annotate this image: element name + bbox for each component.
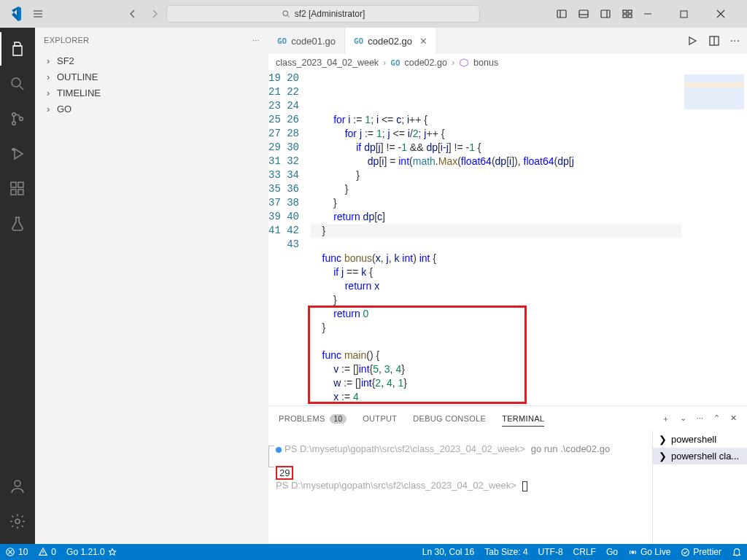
panel-maximize-icon[interactable]: ⌃ — [713, 413, 720, 424]
terminal-output-highlight: 29 — [276, 466, 293, 480]
svg-point-18 — [15, 481, 20, 486]
status-cursor-pos[interactable]: Ln 30, Col 16 — [417, 544, 479, 560]
activity-explorer-icon[interactable] — [0, 32, 35, 66]
line-gutter: 19 20 21 22 23 24 25 26 27 28 29 30 31 3… — [268, 71, 311, 405]
activity-testing-icon[interactable] — [0, 207, 35, 241]
window-minimize-icon[interactable] — [643, 9, 670, 18]
layout-customize-icon[interactable] — [622, 8, 633, 20]
terminal-split-dropdown-icon[interactable]: ⌄ — [680, 413, 686, 424]
svg-point-23 — [682, 548, 689, 556]
status-go-live[interactable]: Go Live — [623, 544, 676, 560]
sidebar-item-sf2[interactable]: ›SF2 — [35, 52, 268, 69]
go-file-icon: GO — [390, 58, 400, 68]
run-icon[interactable] — [686, 35, 698, 47]
svg-point-9 — [12, 78, 20, 87]
terminal-content[interactable]: PS D:\mysetup\gopath\src\sf2\class_2023_… — [268, 431, 652, 544]
explorer-sidebar: EXPLORER ··· ›SF2 ›OUTLINE ›TIMELINE ›GO — [35, 28, 268, 544]
tab-code02[interactable]: GO code02.go ✕ — [345, 28, 437, 54]
go-file-icon: GO — [277, 36, 287, 46]
activity-account-icon[interactable] — [0, 470, 35, 503]
terminal-item-powershell-2[interactable]: ❯powershell cla... — [653, 448, 747, 464]
status-prettier[interactable]: Prettier — [676, 544, 727, 560]
explorer-more-icon[interactable]: ··· — [252, 36, 260, 44]
sidebar-item-go[interactable]: ›GO — [35, 101, 268, 117]
code-editor[interactable]: for i := 1; i <= c; i++ { for j := 1; j … — [311, 71, 681, 405]
terminal-list: ❯powershell ❯powershell cla... — [652, 431, 747, 544]
terminal-new-icon[interactable]: ＋ — [662, 413, 670, 424]
symbol-function-icon — [459, 58, 469, 68]
window-close-icon[interactable] — [716, 9, 743, 18]
terminal-item-powershell-1[interactable]: ❯powershell — [653, 431, 747, 448]
status-notifications-icon[interactable] — [727, 544, 747, 560]
nav-back-icon[interactable] — [127, 8, 139, 20]
svg-rect-15 — [11, 190, 16, 195]
status-bar: 10 0 Go 1.21.0 Ln 30, Col 16 Tab Size: 4… — [0, 544, 747, 560]
window-maximize-icon[interactable] — [680, 10, 706, 18]
activity-search-icon[interactable] — [0, 67, 35, 101]
titlebar: sf2 [Administrator] — [0, 0, 747, 28]
svg-point-22 — [632, 551, 634, 553]
split-editor-icon[interactable] — [708, 35, 720, 47]
activity-debug-icon[interactable] — [0, 137, 35, 171]
svg-rect-7 — [628, 15, 632, 18]
status-go-version[interactable]: Go 1.21.0 — [61, 544, 122, 560]
sidebar-item-timeline[interactable]: ›TIMELINE — [35, 85, 268, 101]
editor-area: GO code01.go GO code02.go ✕ ··· class_20… — [268, 28, 747, 544]
panel-tab-terminal[interactable]: TERMINAL — [502, 414, 544, 427]
panel-tab-output[interactable]: OUTPUT — [363, 414, 397, 423]
command-center-search[interactable]: sf2 [Administrator] — [166, 5, 480, 23]
activity-settings-icon[interactable] — [0, 505, 35, 538]
panel-more-icon[interactable]: ··· — [697, 413, 703, 424]
nav-forward-icon[interactable] — [149, 8, 160, 20]
svg-point-13 — [12, 148, 15, 151]
svg-rect-6 — [623, 15, 627, 18]
terminal-icon: ❯ — [659, 451, 667, 462]
panel-tab-problems[interactable]: PROBLEMS10 — [279, 414, 347, 424]
status-encoding[interactable]: UTF-8 — [533, 544, 568, 560]
search-text: sf2 [Administrator] — [295, 9, 365, 19]
hamburger-menu-icon[interactable] — [25, 8, 51, 20]
activity-bar — [0, 28, 35, 544]
svg-rect-16 — [18, 190, 23, 195]
tab-close-icon[interactable]: ✕ — [419, 36, 427, 47]
svg-rect-5 — [628, 10, 632, 13]
terminal-icon: ❯ — [659, 434, 667, 445]
svg-rect-4 — [623, 10, 627, 13]
activity-extensions-icon[interactable] — [0, 172, 35, 206]
minimap[interactable] — [681, 71, 747, 405]
svg-point-11 — [12, 122, 16, 125]
svg-rect-8 — [681, 11, 687, 18]
svg-rect-1 — [557, 10, 566, 18]
editor-tabs: GO code01.go GO code02.go ✕ ··· — [268, 28, 747, 54]
vscode-icon — [4, 5, 25, 23]
status-lang[interactable]: Go — [601, 544, 623, 560]
layout-panel-icon[interactable] — [578, 8, 589, 20]
svg-rect-2 — [579, 10, 588, 18]
svg-point-10 — [12, 113, 16, 117]
status-tabsize[interactable]: Tab Size: 4 — [479, 544, 533, 560]
tab-code01[interactable]: GO code01.go — [268, 28, 345, 54]
svg-point-0 — [283, 11, 288, 16]
svg-rect-3 — [601, 10, 610, 18]
activity-scm-icon[interactable] — [0, 102, 35, 136]
go-file-icon: GO — [354, 36, 363, 46]
svg-rect-17 — [18, 182, 23, 187]
breadcrumbs[interactable]: class_2023_04_02_week › GO code02.go › b… — [268, 54, 747, 71]
svg-rect-14 — [11, 182, 16, 187]
layout-sidebar-right-icon[interactable] — [600, 8, 611, 20]
sidebar-item-outline[interactable]: ›OUTLINE — [35, 69, 268, 85]
panel-close-icon[interactable]: ✕ — [730, 413, 737, 424]
layout-sidebar-left-icon[interactable] — [556, 8, 568, 20]
status-warnings[interactable]: 0 — [33, 544, 61, 560]
svg-point-12 — [20, 117, 23, 121]
panel-tab-debug[interactable]: DEBUG CONSOLE — [413, 414, 486, 423]
explorer-title: EXPLORER — [44, 36, 89, 44]
bottom-panel: PROBLEMS10 OUTPUT DEBUG CONSOLE TERMINAL… — [268, 405, 747, 544]
editor-more-icon[interactable]: ··· — [730, 34, 740, 47]
status-errors[interactable]: 10 — [0, 544, 33, 560]
status-eol[interactable]: CRLF — [568, 544, 601, 560]
svg-point-19 — [15, 519, 20, 524]
